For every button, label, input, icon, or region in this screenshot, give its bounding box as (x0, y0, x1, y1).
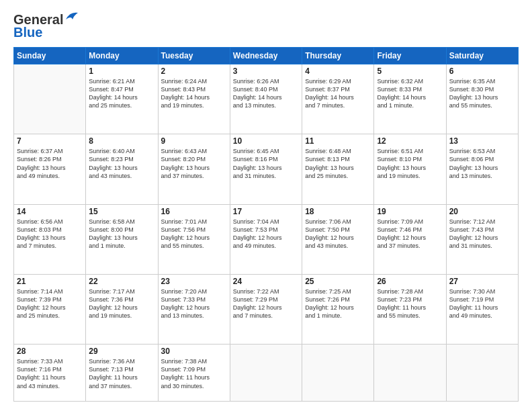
calendar-cell: 30Sunrise: 7:38 AM Sunset: 7:09 PM Dayli… (158, 345, 230, 402)
day-number: 14 (17, 207, 83, 216)
day-number: 23 (161, 277, 227, 286)
day-number: 4 (305, 66, 371, 76)
calendar-cell: 7Sunrise: 6:37 AM Sunset: 8:26 PM Daylig… (14, 134, 86, 204)
day-number: 12 (377, 136, 443, 146)
calendar-cell: 17Sunrise: 7:04 AM Sunset: 7:53 PM Dayli… (230, 204, 302, 274)
day-number: 21 (17, 277, 83, 286)
cell-details: Sunrise: 7:12 AM Sunset: 7:43 PM Dayligh… (449, 218, 515, 250)
day-number: 24 (233, 277, 299, 286)
calendar-week-row: 14Sunrise: 6:56 AM Sunset: 8:03 PM Dayli… (14, 204, 519, 274)
weekday-monday: Monday (86, 48, 158, 64)
day-number: 6 (449, 66, 515, 76)
calendar-cell (302, 345, 374, 402)
day-number: 19 (377, 207, 443, 216)
cell-details: Sunrise: 6:53 AM Sunset: 8:06 PM Dayligh… (449, 147, 515, 180)
day-number: 26 (377, 277, 443, 286)
calendar-cell: 22Sunrise: 7:17 AM Sunset: 7:36 PM Dayli… (86, 274, 158, 344)
calendar-cell: 1Sunrise: 6:21 AM Sunset: 8:47 PM Daylig… (86, 64, 158, 134)
cell-details: Sunrise: 6:56 AM Sunset: 8:03 PM Dayligh… (17, 218, 83, 250)
cell-details: Sunrise: 7:28 AM Sunset: 7:23 PM Dayligh… (377, 287, 443, 320)
cell-details: Sunrise: 7:38 AM Sunset: 7:09 PM Dayligh… (161, 357, 227, 390)
day-number: 18 (305, 207, 371, 216)
calendar-cell: 3Sunrise: 6:26 AM Sunset: 8:40 PM Daylig… (230, 64, 302, 134)
cell-details: Sunrise: 7:09 AM Sunset: 7:46 PM Dayligh… (377, 218, 443, 250)
day-number: 13 (449, 136, 515, 146)
cell-details: Sunrise: 6:21 AM Sunset: 8:47 PM Dayligh… (89, 77, 154, 110)
day-number: 25 (305, 277, 371, 286)
cell-details: Sunrise: 6:51 AM Sunset: 8:10 PM Dayligh… (377, 147, 443, 180)
cell-details: Sunrise: 7:14 AM Sunset: 7:39 PM Dayligh… (17, 287, 83, 320)
cell-details: Sunrise: 6:35 AM Sunset: 8:30 PM Dayligh… (449, 77, 515, 110)
header: General Blue (13, 12, 519, 40)
calendar-cell: 19Sunrise: 7:09 AM Sunset: 7:46 PM Dayli… (374, 204, 446, 274)
calendar-cell (446, 345, 518, 402)
day-number: 16 (161, 207, 227, 216)
calendar-cell: 14Sunrise: 6:56 AM Sunset: 8:03 PM Dayli… (14, 204, 86, 274)
cell-details: Sunrise: 6:32 AM Sunset: 8:33 PM Dayligh… (377, 77, 443, 110)
calendar-cell (374, 345, 446, 402)
logo-bird-icon (64, 10, 79, 24)
weekday-wednesday: Wednesday (230, 48, 302, 64)
page: General Blue SundayMondayTuesdayWednesda… (0, 0, 532, 411)
weekday-friday: Friday (374, 48, 446, 64)
logo: General Blue (13, 12, 79, 40)
calendar-cell: 24Sunrise: 7:22 AM Sunset: 7:29 PM Dayli… (230, 274, 302, 344)
day-number: 22 (89, 277, 154, 286)
cell-details: Sunrise: 6:48 AM Sunset: 8:13 PM Dayligh… (305, 147, 371, 180)
calendar-week-row: 1Sunrise: 6:21 AM Sunset: 8:47 PM Daylig… (14, 64, 519, 134)
calendar-week-row: 7Sunrise: 6:37 AM Sunset: 8:26 PM Daylig… (14, 134, 519, 204)
calendar-cell: 11Sunrise: 6:48 AM Sunset: 8:13 PM Dayli… (302, 134, 374, 204)
calendar-cell: 29Sunrise: 7:36 AM Sunset: 7:13 PM Dayli… (86, 345, 158, 402)
calendar-cell: 28Sunrise: 7:33 AM Sunset: 7:16 PM Dayli… (14, 345, 86, 402)
day-number: 30 (161, 347, 227, 356)
cell-details: Sunrise: 6:37 AM Sunset: 8:26 PM Dayligh… (17, 147, 83, 180)
day-number: 9 (161, 136, 227, 146)
calendar-cell: 2Sunrise: 6:24 AM Sunset: 8:43 PM Daylig… (158, 64, 230, 134)
day-number: 11 (305, 136, 371, 146)
calendar-cell: 12Sunrise: 6:51 AM Sunset: 8:10 PM Dayli… (374, 134, 446, 204)
calendar-week-row: 21Sunrise: 7:14 AM Sunset: 7:39 PM Dayli… (14, 274, 519, 344)
cell-details: Sunrise: 7:22 AM Sunset: 7:29 PM Dayligh… (233, 287, 299, 320)
calendar-week-row: 28Sunrise: 7:33 AM Sunset: 7:16 PM Dayli… (14, 345, 519, 402)
calendar-cell: 27Sunrise: 7:30 AM Sunset: 7:19 PM Dayli… (446, 274, 518, 344)
calendar-table: SundayMondayTuesdayWednesdayThursdayFrid… (13, 47, 519, 402)
weekday-header-row: SundayMondayTuesdayWednesdayThursdayFrid… (14, 48, 519, 64)
cell-details: Sunrise: 6:43 AM Sunset: 8:20 PM Dayligh… (161, 147, 227, 180)
calendar-cell: 5Sunrise: 6:32 AM Sunset: 8:33 PM Daylig… (374, 64, 446, 134)
calendar-cell (230, 345, 302, 402)
calendar-cell: 6Sunrise: 6:35 AM Sunset: 8:30 PM Daylig… (446, 64, 518, 134)
calendar-cell: 16Sunrise: 7:01 AM Sunset: 7:56 PM Dayli… (158, 204, 230, 274)
day-number: 20 (449, 207, 515, 216)
cell-details: Sunrise: 6:24 AM Sunset: 8:43 PM Dayligh… (161, 77, 227, 110)
day-number: 7 (17, 136, 83, 146)
calendar-cell: 13Sunrise: 6:53 AM Sunset: 8:06 PM Dayli… (446, 134, 518, 204)
cell-details: Sunrise: 7:25 AM Sunset: 7:26 PM Dayligh… (305, 287, 371, 320)
day-number: 1 (89, 66, 154, 76)
cell-details: Sunrise: 7:36 AM Sunset: 7:13 PM Dayligh… (89, 357, 154, 390)
day-number: 17 (233, 207, 299, 216)
calendar-cell: 9Sunrise: 6:43 AM Sunset: 8:20 PM Daylig… (158, 134, 230, 204)
day-number: 28 (17, 347, 83, 356)
day-number: 3 (233, 66, 299, 76)
cell-details: Sunrise: 7:04 AM Sunset: 7:53 PM Dayligh… (233, 218, 299, 250)
weekday-thursday: Thursday (302, 48, 374, 64)
day-number: 2 (161, 66, 227, 76)
cell-details: Sunrise: 7:06 AM Sunset: 7:50 PM Dayligh… (305, 218, 371, 250)
cell-details: Sunrise: 7:30 AM Sunset: 7:19 PM Dayligh… (449, 287, 515, 320)
day-number: 29 (89, 347, 154, 356)
cell-details: Sunrise: 7:01 AM Sunset: 7:56 PM Dayligh… (161, 218, 227, 250)
calendar-cell: 25Sunrise: 7:25 AM Sunset: 7:26 PM Dayli… (302, 274, 374, 344)
calendar-cell: 4Sunrise: 6:29 AM Sunset: 8:37 PM Daylig… (302, 64, 374, 134)
cell-details: Sunrise: 6:40 AM Sunset: 8:23 PM Dayligh… (89, 147, 154, 180)
calendar-cell: 18Sunrise: 7:06 AM Sunset: 7:50 PM Dayli… (302, 204, 374, 274)
calendar-cell: 15Sunrise: 6:58 AM Sunset: 8:00 PM Dayli… (86, 204, 158, 274)
cell-details: Sunrise: 7:17 AM Sunset: 7:36 PM Dayligh… (89, 287, 154, 320)
calendar-cell: 20Sunrise: 7:12 AM Sunset: 7:43 PM Dayli… (446, 204, 518, 274)
day-number: 15 (89, 207, 154, 216)
weekday-saturday: Saturday (446, 48, 518, 64)
calendar-cell: 23Sunrise: 7:20 AM Sunset: 7:33 PM Dayli… (158, 274, 230, 344)
cell-details: Sunrise: 6:29 AM Sunset: 8:37 PM Dayligh… (305, 77, 371, 110)
calendar-cell: 8Sunrise: 6:40 AM Sunset: 8:23 PM Daylig… (86, 134, 158, 204)
weekday-sunday: Sunday (14, 48, 86, 64)
weekday-tuesday: Tuesday (158, 48, 230, 64)
